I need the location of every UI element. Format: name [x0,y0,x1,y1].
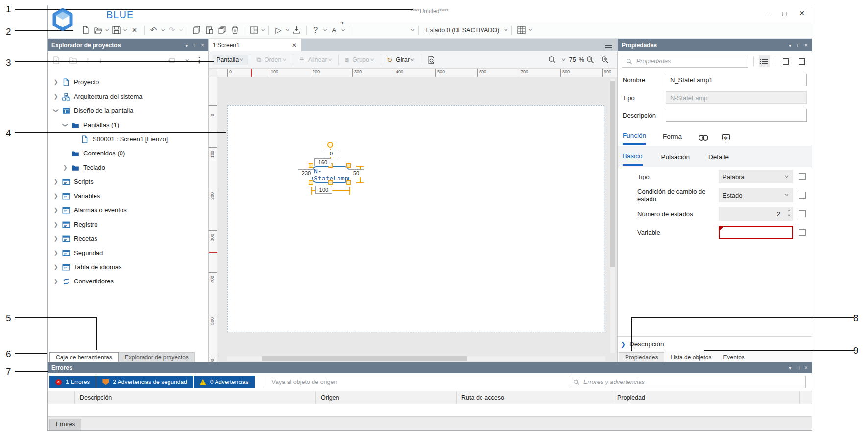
state-selector-chevron-icon[interactable]: ˅ [504,28,508,33]
tree-item[interactable]: ❯Scripts [48,175,208,189]
download-button[interactable] [291,24,303,37]
property-list-view-button[interactable] [759,55,770,67]
tab-forma[interactable]: Forma [663,133,682,144]
errors-close-icon[interactable]: × [804,364,808,371]
split-dropdown-chevron-icon[interactable]: ˅ [261,28,265,33]
tree-item[interactable]: ❯Alarmas o eventos [48,203,208,217]
undo-dropdown-chevron-icon[interactable]: ˅ [161,28,165,33]
tree-chevron-icon[interactable]: ❯ [52,79,59,85]
save-dropdown-chevron-icon[interactable]: ˅ [123,28,127,33]
alinear-menu-button[interactable]: ≞ Alinear˅ [295,55,337,65]
tree-item[interactable]: ❯Recetas [48,231,208,246]
tree-item[interactable]: ❯Tabla de idiomas [48,260,208,274]
tab-lista-de-objetos[interactable]: Lista de objetos [664,353,717,363]
tree-item[interactable]: ❯Seguridad [48,246,208,260]
paste-properties-button[interactable] [796,55,808,67]
properties-search-input[interactable]: Propiedades [622,55,748,68]
copy-button[interactable] [191,24,202,37]
screen-canvas[interactable] [227,105,604,332]
redo-dropdown-chevron-icon[interactable]: ˅ [179,28,183,33]
tab-errores[interactable]: Errores [49,419,81,430]
prop-variable-checkbox[interactable] [799,229,806,236]
resize-handle-sw[interactable] [309,180,313,185]
tree-item[interactable]: ❯Pantallas (1) [48,118,208,132]
pantalla-menu-button[interactable]: Pantalla˅ [213,55,248,65]
copy-properties-button[interactable] [780,55,792,67]
move-up-icon[interactable]: ↑ [86,56,90,65]
link-tab-icon[interactable] [699,135,709,142]
maximize-button[interactable]: ▢ [777,7,791,19]
close-button[interactable]: ✕ [795,7,809,19]
tab-caja-de-herramientas[interactable]: Caja de herramientas [49,352,119,363]
open-project-button[interactable] [92,24,104,37]
vertical-scrollbar[interactable] [610,79,615,353]
grid-dropdown-chevron-icon[interactable]: ˅ [529,28,532,33]
add-folder-icon[interactable] [69,56,77,64]
run-dropdown-chevron-icon[interactable]: ˅ [286,28,289,33]
design-viewport[interactable]: N-StateLamp 0 160 230 50 100 [217,77,617,363]
tree-chevron-icon[interactable]: ❯ [52,278,59,284]
prop-num-estados-stepper[interactable]: 2 ˄˅ [719,207,793,221]
prop-tipo-checkbox[interactable] [799,173,806,180]
find-object-button[interactable] [423,54,439,66]
descripcion-input[interactable] [666,109,807,122]
zoom-level-chevron-icon[interactable]: ˅ [561,57,565,62]
prop-tipo-select[interactable]: Palabra˅ [719,170,793,183]
nombre-input[interactable]: N_StateLamp1 [666,74,807,86]
orden-menu-button[interactable]: ⧉ Orden˅ [252,54,290,65]
tab-eventos[interactable]: Eventos [717,353,750,363]
tab-propiedades[interactable]: Propiedades [619,352,664,363]
properties-pin-icon[interactable]: ⊤ [796,43,800,48]
resize-handle-se[interactable] [346,180,351,185]
tree-chevron-icon[interactable]: ❯ [52,235,59,242]
dock-icon[interactable] [168,56,175,64]
open-dropdown-chevron-icon[interactable]: ˅ [105,28,109,33]
more-options-icon[interactable]: ⋮ [195,55,203,65]
subtab-basico[interactable]: Básico [623,153,643,166]
tree-item[interactable]: ❯Variables [48,189,208,203]
tree-chevron-icon[interactable]: ❯ [53,107,59,114]
grid-settings-button[interactable] [515,24,527,37]
help-button[interactable]: ? [310,24,322,37]
tree-chevron-icon[interactable]: ❯ [62,122,69,128]
paste-button[interactable] [203,24,215,37]
zoom-level-value[interactable]: 75 [569,56,576,63]
properties-close-icon[interactable]: × [804,42,808,49]
errors-search-input[interactable]: Errores y advertencias [569,376,806,388]
horizontal-scrollbar[interactable] [227,356,605,361]
column-header-icon[interactable] [48,391,75,404]
minimize-button[interactable]: – [760,7,773,19]
new-project-button[interactable] [79,24,91,37]
duplicate-button[interactable] [216,24,228,37]
state-selector[interactable]: Estado 0 (DESACTIVADO) [422,27,503,34]
tree-chevron-icon[interactable]: ❯ [52,93,59,100]
delete-button[interactable] [229,24,241,37]
tab-list-menu-icon[interactable] [605,44,612,49]
explorer-close-icon[interactable]: × [201,42,204,49]
rotation-handle[interactable] [327,142,333,148]
translate-dropdown-chevron-icon[interactable]: ˅ [341,28,345,33]
tab-explorador-de-proyectos[interactable]: Explorador de proyectos [119,352,195,363]
language-combo-chevron-icon[interactable]: ˅ [411,28,415,33]
tree-item[interactable]: ❯Proyecto [48,75,208,89]
run-simulation-button[interactable]: ▷ [272,24,284,37]
screen-tab-close-icon[interactable]: ✕ [292,42,297,49]
help-dropdown-chevron-icon[interactable]: ˅ [323,28,327,33]
explorer-menu-chevron-icon[interactable]: ▾ [185,43,188,48]
tree-item[interactable]: ❯Diseño de la pantalla [48,103,208,118]
girar-menu-button[interactable]: ↻ Girar˅ [383,55,419,65]
tree-item[interactable]: ❯Teclado [48,160,208,175]
column-header[interactable]: Ruta de acceso [457,391,612,404]
tree-chevron-icon[interactable]: ❯ [52,193,59,199]
stepper-arrows-icon[interactable]: ˄˅ [788,208,790,218]
resize-handle-nw[interactable] [309,163,313,168]
tree-chevron-icon[interactable]: ❯ [52,250,59,256]
undo-button[interactable]: ↶ [148,24,160,37]
tree-chevron-icon[interactable]: ❯ [52,207,59,213]
prop-condicion-checkbox[interactable] [799,192,806,199]
prop-num-estados-checkbox[interactable] [799,210,806,217]
prop-condicion-select[interactable]: Estado˅ [719,188,793,202]
prop-variable-input[interactable] [719,226,793,239]
redo-button[interactable]: ↷ [166,24,178,37]
resize-handle-s[interactable] [328,180,333,185]
